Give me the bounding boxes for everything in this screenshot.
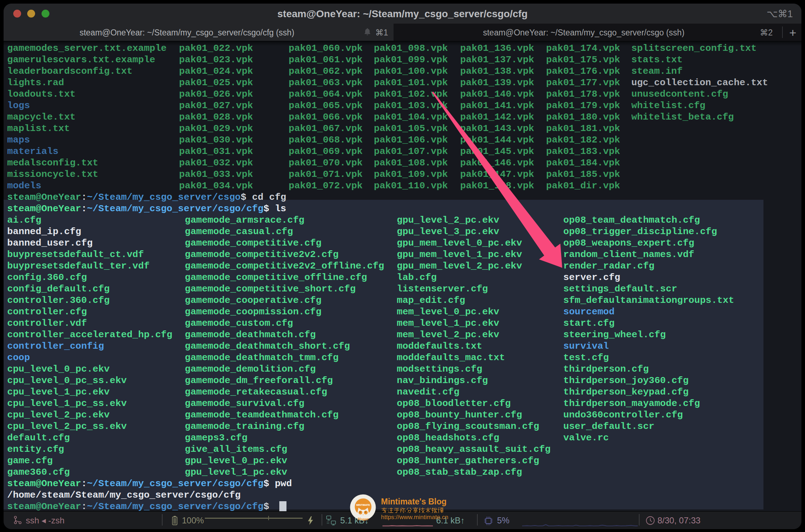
svg-text:Blogger: Blogger [357,517,368,521]
svg-text:MINTIMATE: MINTIMATE [356,503,370,507]
